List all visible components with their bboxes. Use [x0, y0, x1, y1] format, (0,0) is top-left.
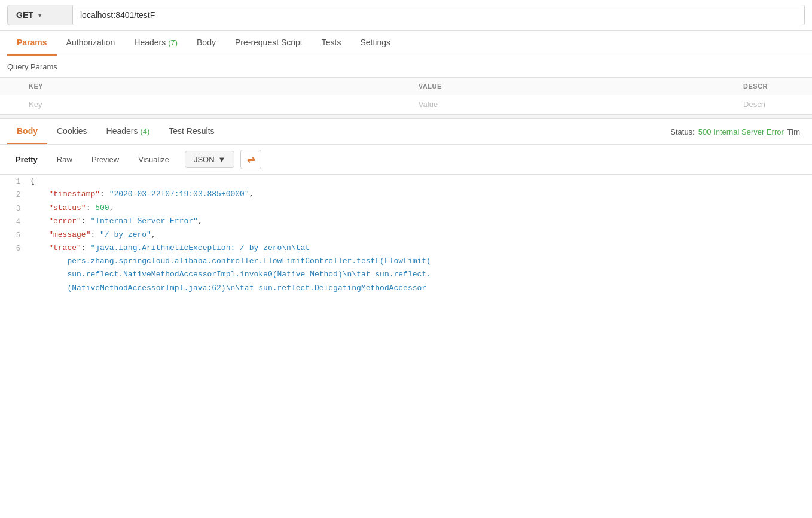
format-chevron-icon: ▼ [218, 155, 226, 164]
line-content: pers.zhang.springcloud.alibaba.controlle… [30, 255, 812, 268]
tab-test-results[interactable]: Test Results [159, 119, 224, 144]
line-content: "status": 500, [30, 202, 812, 215]
col-value: VALUE [411, 78, 736, 95]
table-row: Key Value Descri [0, 95, 812, 114]
url-bar: GET ▼ [0, 0, 812, 31]
query-params-title: Query Params [0, 56, 812, 78]
line-number: 6 [0, 242, 30, 255]
format-visualize[interactable]: Visualize [130, 151, 178, 167]
line-number: 3 [0, 202, 30, 215]
request-tabs: Params Authorization Headers (7) Body Pr… [0, 31, 812, 56]
format-bar: Pretty Raw Preview Visualize JSON ▼ ⇌ [0, 145, 812, 175]
tab-headers[interactable]: Headers (7) [124, 31, 187, 56]
json-line-8: sun.reflect.NativeMethodAccessorImpl.inv… [0, 268, 812, 281]
row-checkbox [0, 95, 22, 114]
line-number: 4 [0, 215, 30, 228]
status-value: 500 Internal Server Error [698, 127, 784, 136]
tab-cookies[interactable]: Cookies [47, 119, 97, 144]
format-raw[interactable]: Raw [48, 151, 81, 167]
response-tabs: Body Cookies Headers (4) Test Results [7, 119, 224, 144]
line-content: sun.reflect.NativeMethodAccessorImpl.inv… [30, 268, 812, 281]
chevron-down-icon: ▼ [37, 12, 43, 19]
response-header: Body Cookies Headers (4) Test Results St… [0, 119, 812, 145]
line-content: { [30, 175, 812, 188]
line-number: 1 [0, 175, 30, 188]
key-cell[interactable]: Key [22, 95, 411, 114]
line-number [0, 255, 30, 256]
format-label: JSON [194, 155, 215, 164]
status-time: Tim [787, 127, 800, 136]
col-desc: DESCR [736, 78, 812, 95]
format-preview[interactable]: Preview [83, 151, 127, 167]
tab-prerequest[interactable]: Pre-request Script [225, 31, 312, 56]
json-line-1: 1 { [0, 175, 812, 188]
json-line-5: 5 "message": "/ by zero", [0, 228, 812, 242]
col-checkbox [0, 78, 22, 95]
line-number [0, 282, 30, 283]
response-headers-badge: (4) [140, 127, 149, 136]
tab-response-body[interactable]: Body [7, 119, 47, 144]
format-pretty[interactable]: Pretty [7, 151, 46, 167]
value-cell[interactable]: Value [411, 95, 736, 114]
line-content: "timestamp": "2020-03-22T07:19:03.885+00… [30, 188, 812, 201]
url-input[interactable] [73, 5, 805, 25]
wrap-button[interactable]: ⇌ [240, 150, 261, 169]
col-key: KEY [22, 78, 411, 95]
params-table: KEY VALUE DESCR Key Value Descri [0, 78, 812, 114]
tab-body[interactable]: Body [187, 31, 225, 56]
method-label: GET [16, 10, 33, 20]
response-status: Status: 500 Internal Server Error Tim [670, 127, 805, 136]
json-body: 1 { 2 "timestamp": "2020-03-22T07:19:03.… [0, 175, 812, 295]
headers-badge: (7) [168, 38, 178, 47]
method-dropdown[interactable]: GET ▼ [7, 5, 73, 25]
json-line-3: 3 "status": 500, [0, 202, 812, 215]
status-label: Status: [670, 127, 694, 136]
line-content: "message": "/ by zero", [30, 228, 812, 242]
json-line-9: (NativeMethodAccessorImpl.java:62)\n\tat… [0, 282, 812, 295]
json-line-4: 4 "error": "Internal Server Error", [0, 215, 812, 228]
line-number: 5 [0, 228, 30, 242]
tab-authorization[interactable]: Authorization [57, 31, 125, 56]
line-content: "trace": "java.lang.ArithmeticException:… [30, 242, 812, 255]
line-content: (NativeMethodAccessorImpl.java:62)\n\tat… [30, 282, 812, 295]
section-divider [0, 114, 812, 119]
tab-settings[interactable]: Settings [350, 31, 400, 56]
desc-cell[interactable]: Descri [736, 95, 812, 114]
tab-params[interactable]: Params [7, 31, 57, 56]
json-line-2: 2 "timestamp": "2020-03-22T07:19:03.885+… [0, 188, 812, 201]
tab-response-headers[interactable]: Headers (4) [97, 119, 160, 144]
tab-tests[interactable]: Tests [312, 31, 351, 56]
line-number [0, 268, 30, 269]
line-number: 2 [0, 188, 30, 201]
json-line-6: 6 "trace": "java.lang.ArithmeticExceptio… [0, 242, 812, 255]
json-line-7: pers.zhang.springcloud.alibaba.controlle… [0, 255, 812, 268]
wrap-icon: ⇌ [247, 154, 255, 165]
line-content: "error": "Internal Server Error", [30, 215, 812, 228]
format-dropdown[interactable]: JSON ▼ [185, 151, 235, 168]
